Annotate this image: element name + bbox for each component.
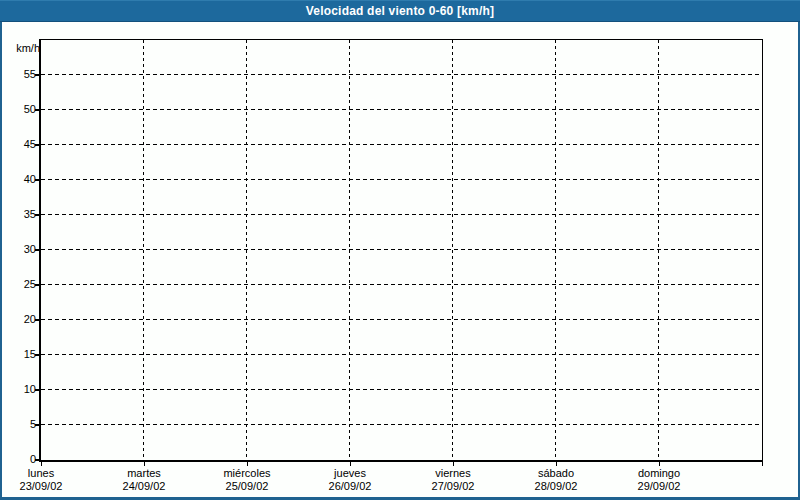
gridline-vertical xyxy=(452,40,453,460)
y-tick-mark xyxy=(35,144,41,146)
gridline-horizontal xyxy=(41,424,762,425)
x-tick-mark xyxy=(453,462,454,466)
x-axis-label: miércoles25/09/02 xyxy=(195,467,299,493)
plot-area xyxy=(39,39,763,462)
x-axis-label: jueves26/09/02 xyxy=(298,467,402,493)
gridline-horizontal xyxy=(41,249,762,250)
y-tick-label: 20 xyxy=(2,313,36,326)
gridline-horizontal xyxy=(41,144,762,145)
gridline-horizontal xyxy=(41,284,762,285)
y-tick-mark xyxy=(35,74,41,76)
y-tick-mark xyxy=(35,284,41,286)
y-tick-label: 30 xyxy=(2,243,36,256)
x-date-label: 24/09/02 xyxy=(92,480,196,493)
x-day-label: miércoles xyxy=(195,467,299,480)
y-tick-label: 50 xyxy=(2,103,36,116)
gridline-horizontal xyxy=(41,179,762,180)
chart-area: km/h 0510152025303540455055lunes23/09/02… xyxy=(0,22,800,500)
x-tick-mark xyxy=(350,462,351,466)
gridline-vertical xyxy=(246,40,247,460)
x-day-label: jueves xyxy=(298,467,402,480)
gridline-horizontal xyxy=(41,109,762,110)
y-tick-label: 35 xyxy=(2,208,36,221)
gridline-horizontal xyxy=(41,319,762,320)
x-tick-mark xyxy=(41,462,42,466)
x-date-label: 28/09/02 xyxy=(504,480,608,493)
y-tick-label: 5 xyxy=(2,418,36,431)
y-tick-label: 45 xyxy=(2,138,36,151)
y-tick-label: 15 xyxy=(2,348,36,361)
y-tick-mark xyxy=(35,424,41,426)
x-day-label: domingo xyxy=(607,467,711,480)
x-tick-mark xyxy=(556,462,557,466)
y-tick-label: 55 xyxy=(2,68,36,81)
x-axis-label: domingo29/09/02 xyxy=(607,467,711,493)
x-tick-mark xyxy=(247,462,248,466)
y-tick-mark xyxy=(35,109,41,111)
gridline-vertical xyxy=(349,40,350,460)
gridline-horizontal xyxy=(41,214,762,215)
x-axis-label: lunes23/09/02 xyxy=(0,467,93,493)
x-axis-label: viernes27/09/02 xyxy=(401,467,505,493)
chart-window: Velocidad del viento 0-60 [km/h] km/h 05… xyxy=(0,0,800,500)
x-day-label: viernes xyxy=(401,467,505,480)
x-date-label: 23/09/02 xyxy=(0,480,93,493)
x-day-label: martes xyxy=(92,467,196,480)
y-tick-label: 10 xyxy=(2,383,36,396)
x-date-label: 27/09/02 xyxy=(401,480,505,493)
y-tick-mark xyxy=(35,214,41,216)
gridline-vertical xyxy=(555,40,556,460)
gridline-horizontal xyxy=(41,74,762,75)
y-tick-mark xyxy=(35,319,41,321)
gridline-vertical xyxy=(143,40,144,460)
x-date-label: 26/09/02 xyxy=(298,480,402,493)
gridline-horizontal xyxy=(41,389,762,390)
y-tick-mark xyxy=(35,459,41,461)
gridline-vertical xyxy=(658,40,659,460)
x-tick-mark xyxy=(659,462,660,466)
y-tick-mark xyxy=(35,389,41,391)
y-tick-mark xyxy=(35,354,41,356)
y-tick-label: 0 xyxy=(2,453,36,466)
y-tick-mark xyxy=(35,249,41,251)
chart-title: Velocidad del viento 0-60 [km/h] xyxy=(306,4,494,18)
y-tick-mark xyxy=(35,179,41,181)
x-day-label: sábado xyxy=(504,467,608,480)
x-axis-label: martes24/09/02 xyxy=(92,467,196,493)
x-tick-mark xyxy=(762,462,763,466)
y-tick-label: 25 xyxy=(2,278,36,291)
x-axis-label: sábado28/09/02 xyxy=(504,467,608,493)
x-date-label: 25/09/02 xyxy=(195,480,299,493)
x-date-label: 29/09/02 xyxy=(607,480,711,493)
x-day-label: lunes xyxy=(0,467,93,480)
chart-title-bar: Velocidad del viento 0-60 [km/h] xyxy=(0,0,800,22)
x-tick-mark xyxy=(144,462,145,466)
y-axis-unit-label: km/h xyxy=(6,42,40,54)
gridline-horizontal xyxy=(41,354,762,355)
y-tick-label: 40 xyxy=(2,173,36,186)
